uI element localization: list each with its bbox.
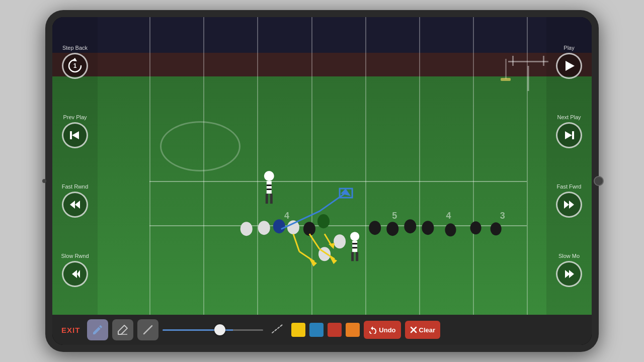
clear-label: Clear <box>419 326 436 334</box>
color-blue-button[interactable] <box>309 323 324 337</box>
home-button[interactable] <box>594 176 604 186</box>
goal-post <box>508 56 548 91</box>
svg-marker-48 <box>564 201 569 209</box>
next-play-label: Next Play <box>557 114 581 120</box>
undo-button[interactable]: Undo <box>364 321 400 339</box>
play-triangle-icon <box>566 61 575 71</box>
svg-line-52 <box>144 326 152 334</box>
fast-forward-label: Fast Fwrd <box>557 184 582 190</box>
light-tower <box>501 59 511 79</box>
svg-marker-49 <box>569 201 574 209</box>
play-label: Play <box>564 45 574 51</box>
color-red-button[interactable] <box>328 323 342 337</box>
slow-mo-button[interactable] <box>556 261 582 287</box>
svg-marker-45 <box>77 270 80 278</box>
fast-forward-group: Fast Fwrd <box>556 184 582 218</box>
step-back-label: Step Back <box>62 45 88 51</box>
svg-marker-47 <box>565 131 572 139</box>
svg-rect-46 <box>572 131 574 139</box>
slow-mo-label: Slow Mo <box>558 253 580 259</box>
prev-play-label: Prev Play <box>63 114 87 120</box>
play-group: Play <box>556 45 582 79</box>
fast-rewind-group: Fast Rwnd <box>62 184 89 218</box>
fast-rewind-label: Fast Rwnd <box>62 184 89 190</box>
slow-rewind-group: Slow Rwnd <box>61 253 89 287</box>
stroke-size-slider-container <box>163 329 263 331</box>
exit-button[interactable]: EXIT <box>58 324 83 336</box>
undo-label: Undo <box>379 326 395 334</box>
next-play-group: Next Play <box>556 114 582 148</box>
drawing-toolbar: EXIT <box>52 315 592 345</box>
prev-play-group: Prev Play <box>62 114 88 148</box>
video-area: 4 5 4 3 <box>52 17 592 345</box>
tablet-frame: 4 5 4 3 <box>45 10 599 352</box>
slow-rewind-label: Slow Rwnd <box>61 253 89 259</box>
svg-marker-43 <box>75 201 80 209</box>
center-circle <box>160 121 240 171</box>
svg-line-53 <box>272 325 282 333</box>
step-back-group: Step Back 1 <box>62 45 88 79</box>
field-background: 4 5 4 3 <box>52 17 592 315</box>
svg-marker-42 <box>70 201 75 209</box>
stroke-size-slider[interactable] <box>163 329 263 331</box>
eraser-tool-button[interactable] <box>112 319 133 340</box>
right-control-panel: Play Next Play <box>546 17 592 315</box>
step-back-button[interactable]: 1 <box>62 53 88 79</box>
svg-marker-44 <box>72 270 77 278</box>
svg-marker-41 <box>72 131 79 139</box>
pen-tool-button[interactable] <box>87 319 108 340</box>
fast-forward-button[interactable] <box>556 192 582 218</box>
svg-rect-40 <box>70 131 72 139</box>
slow-rewind-button[interactable] <box>62 261 88 287</box>
color-orange-button[interactable] <box>346 323 360 337</box>
step-number: 1 <box>73 62 77 69</box>
line-tool-button[interactable] <box>137 319 158 340</box>
prev-play-button[interactable] <box>62 122 88 148</box>
left-control-panel: Step Back 1 Prev Play <box>52 17 98 315</box>
slow-mo-group: Slow Mo <box>556 253 582 287</box>
color-yellow-button[interactable] <box>291 323 305 337</box>
fast-rewind-button[interactable] <box>62 192 88 218</box>
camera-sensor <box>42 179 46 183</box>
svg-marker-51 <box>569 270 574 278</box>
tablet-screen: 4 5 4 3 <box>52 17 592 345</box>
clear-button[interactable]: Clear <box>405 321 441 339</box>
play-button[interactable] <box>556 53 582 79</box>
next-play-button[interactable] <box>556 122 582 148</box>
